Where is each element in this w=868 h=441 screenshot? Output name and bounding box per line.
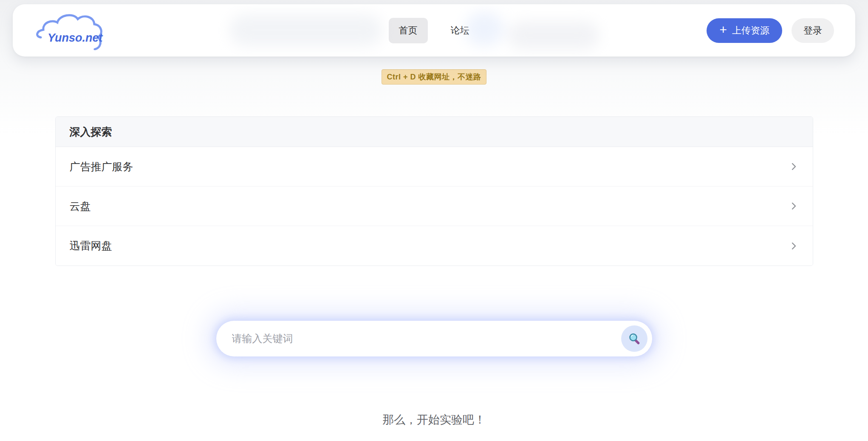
list-item-label: 云盘 (70, 199, 91, 213)
tab-forum[interactable]: 论坛 (441, 18, 480, 43)
search-icon (628, 332, 641, 345)
bookmark-tip-badge: Ctrl + D 收藏网址，不迷路 (382, 69, 486, 85)
navbar: Yunso.net 首页 论坛 + 上传资源 登录 (13, 4, 855, 57)
logo-text: Yunso.net (48, 31, 103, 44)
chevron-right-icon (789, 161, 799, 172)
search-input[interactable] (231, 332, 621, 345)
list-item-label: 迅雷网盘 (70, 239, 112, 253)
list-item-thunder-drive[interactable]: 迅雷网盘 (56, 226, 813, 266)
search-bar (216, 321, 652, 356)
login-button[interactable]: 登录 (792, 18, 834, 43)
site-logo[interactable]: Yunso.net (34, 11, 113, 50)
navbar-left: Yunso.net (34, 11, 389, 50)
navbar-actions: + 上传资源 登录 (480, 18, 834, 43)
upload-resource-label: 上传资源 (732, 24, 769, 37)
notice-row: Ctrl + D 收藏网址，不迷路 (0, 69, 868, 85)
explore-card-title: 深入探索 (56, 117, 813, 147)
page: Yunso.net 首页 论坛 + 上传资源 登录 Ctrl + D 收藏网址，… (0, 0, 868, 441)
plus-icon: + (719, 23, 727, 36)
list-item-ad-promotion[interactable]: 广告推广服务 (56, 147, 813, 187)
explore-card: 深入探索 广告推广服务 云盘 迅雷网盘 (55, 116, 813, 266)
footer-message: 那么，开始实验吧！ (0, 412, 868, 427)
search-section (0, 321, 868, 356)
upload-resource-button[interactable]: + 上传资源 (707, 18, 782, 43)
nav-tabs: 首页 论坛 (389, 18, 480, 43)
chevron-right-icon (789, 241, 799, 251)
search-button[interactable] (621, 325, 647, 352)
chevron-right-icon (789, 201, 799, 211)
tab-home[interactable]: 首页 (389, 18, 428, 43)
cloud-logo-icon: Yunso.net (34, 11, 113, 50)
list-item-cloud-drive[interactable]: 云盘 (56, 187, 813, 226)
list-item-label: 广告推广服务 (70, 160, 133, 174)
